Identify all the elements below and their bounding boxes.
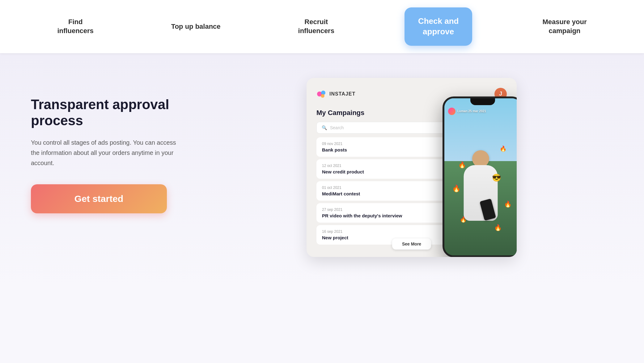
campaign-date: 01 oct 2021 [322,186,360,190]
campaign-date: 09 nov 2021 [322,142,347,146]
phone-user-row: Luman 25 mar 2021 [448,108,486,115]
campaign-name: New project [322,235,348,240]
campaign-date: 12 oct 2021 [322,164,364,168]
right-content: INSTAJET J My Campaings 🔍 Search 09 nov … [210,78,613,257]
logo-text: INSTAJET [329,91,355,97]
main-title: Transparent approval process [31,96,192,129]
dashboard-card: INSTAJET J My Campaings 🔍 Search 09 nov … [307,78,517,257]
nav-measure-campaign[interactable]: Measure your campaign [535,15,594,38]
logo-area: INSTAJET [316,89,355,99]
phone-username: Luman 25 mar 2021 [457,109,486,113]
main-section: Transparent approval process You control… [0,53,644,288]
campaign-date: 16 sep 2021 [322,229,348,234]
instajet-logo-icon [316,89,326,99]
nav-top-up-balance[interactable]: Top up balance [164,19,228,34]
nav-check-and-approve[interactable]: Check and approve [405,7,472,46]
nav-find-influencers[interactable]: Find influencers [50,15,101,38]
svg-point-2 [321,94,324,98]
phone-notch [470,98,495,105]
campaign-name: New credit product [322,169,364,174]
phone-user-avatar [448,108,455,115]
get-started-button[interactable]: Get started [31,184,167,213]
campaign-name: Bank posts [322,147,347,152]
campaign-name: MediMart contest [322,191,360,196]
nav-recruit-influencers[interactable]: Recruit influencers [291,15,342,38]
search-placeholder: Search [330,125,344,130]
search-icon: 🔍 [322,125,327,130]
left-content: Transparent approval process You control… [31,78,192,214]
campaign-name: PR video with the deputy's interview [322,213,402,218]
nav-bar: Find influencers Top up balance Recruit … [0,0,644,53]
main-description: You control all stages of ads posting. Y… [31,138,179,168]
phone-mockup: Luman 25 mar 2021 🔥 🔥 🔥 [443,96,517,257]
campaign-date: 27 sep 2021 [322,207,402,212]
see-more-button[interactable]: See More [392,238,431,250]
phone-screen: Luman 25 mar 2021 🔥 🔥 🔥 [444,98,517,255]
